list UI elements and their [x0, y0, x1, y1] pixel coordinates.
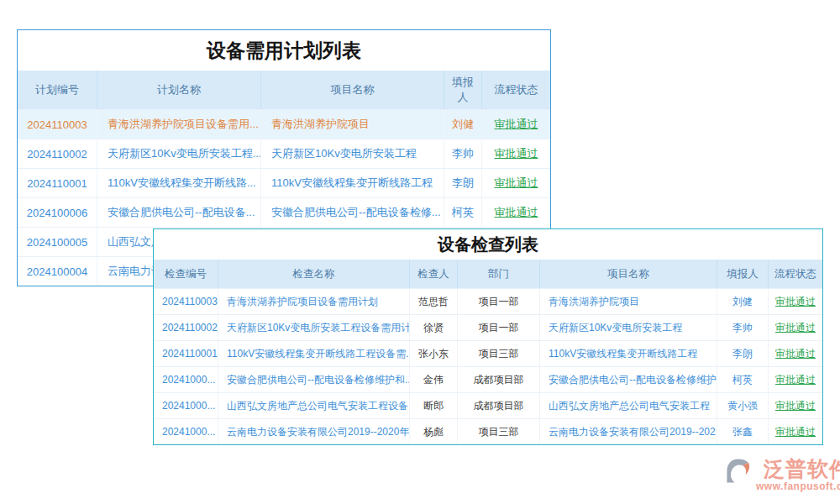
plan-col-status: 流程状态: [482, 71, 550, 109]
check-table-card: 设备检查列表 检查编号 检查名称 检查人 部门 项目名称 填报人 流程状态 20…: [153, 228, 823, 445]
check-dept-text: 成都项目部: [458, 393, 540, 418]
check-status-link[interactable]: 审批通过: [769, 419, 822, 444]
plan-status-link[interactable]: 审批通过: [482, 110, 550, 139]
check-inspector-text: 徐贤: [410, 315, 458, 340]
check-id-link[interactable]: 2024110001: [154, 341, 218, 366]
plan-reporter-link[interactable]: 李帅: [444, 139, 482, 168]
fanpu-logo-name: 泛普软件: [764, 457, 840, 480]
plan-col-id: 计划编号: [18, 71, 97, 109]
check-inspector-text: 范思哲: [410, 289, 458, 314]
check-project-link[interactable]: 山西弘文房地产总公司电气安装工程: [540, 393, 717, 418]
fanpu-logo-url: www.fanpusoft.com: [756, 480, 840, 492]
plan-reporter-link[interactable]: 刘健: [444, 110, 482, 139]
check-name-link[interactable]: 天府新区10Kv变电所安装工程设备需用计划: [218, 315, 410, 340]
check-col-dept: 部门: [458, 260, 540, 288]
check-dept-text: 项目一部: [458, 315, 540, 340]
check-dept-text: 项目三部: [458, 419, 540, 444]
check-col-status: 流程状态: [769, 260, 822, 288]
check-name-link[interactable]: 安徽合肥供电公司--配电设备检修维护和...: [218, 367, 410, 392]
check-reporter-link[interactable]: 李朗: [717, 341, 769, 366]
check-table-row: 20241000... 云南电力设备安装有限公司2019--2020年... 杨…: [154, 418, 822, 444]
check-reporter-link[interactable]: 黄小强: [717, 393, 769, 418]
plan-status-link[interactable]: 审批通过: [482, 139, 550, 168]
check-name-link[interactable]: 青海洪湖养护院项目设备需用计划: [218, 289, 410, 314]
check-col-project: 项目名称: [540, 260, 717, 288]
plan-table-row: 2024110003 青海洪湖养护院项目设备需用... 青海洪湖养护院项目 刘健…: [18, 109, 550, 139]
plan-table-title: 设备需用计划列表: [18, 30, 550, 71]
check-reporter-link[interactable]: 张鑫: [717, 419, 769, 444]
check-status-link[interactable]: 审批通过: [769, 367, 822, 392]
plan-id-link[interactable]: 2024100004: [18, 257, 97, 286]
plan-reporter-link[interactable]: 李朗: [444, 169, 482, 197]
check-id-link[interactable]: 2024110003: [154, 289, 218, 314]
check-inspector-text: 金伟: [410, 367, 458, 392]
check-col-id: 检查编号: [154, 260, 218, 288]
plan-id-link[interactable]: 2024110002: [18, 139, 97, 168]
check-col-name: 检查名称: [218, 260, 410, 288]
check-table-header-row: 检查编号 检查名称 检查人 部门 项目名称 填报人 流程状态: [154, 260, 822, 288]
check-table-row: 2024110003 青海洪湖养护院项目设备需用计划 范思哲 项目一部 青海洪湖…: [154, 288, 822, 314]
check-name-link[interactable]: 山西弘文房地产总公司电气安装工程设备...: [218, 393, 410, 418]
plan-id-link[interactable]: 2024110001: [18, 169, 97, 197]
plan-col-reporter: 填报人: [444, 71, 482, 109]
check-dept-text: 项目三部: [458, 341, 540, 366]
plan-project-link[interactable]: 青海洪湖养护院项目: [261, 110, 444, 139]
check-status-link[interactable]: 审批通过: [769, 393, 822, 418]
plan-col-name: 计划名称: [97, 71, 261, 109]
fanpu-logo: 泛普软件 www.fanpusoft.com: [724, 457, 840, 492]
check-inspector-text: 断郎: [410, 393, 458, 418]
plan-project-link[interactable]: 110kV安徽线程集变开断线路工程: [261, 169, 444, 197]
plan-status-link[interactable]: 审批通过: [482, 198, 550, 227]
check-id-link[interactable]: 20241000...: [154, 367, 218, 392]
check-project-link[interactable]: 青海洪湖养护院项目: [540, 289, 717, 314]
check-dept-text: 项目一部: [458, 289, 540, 314]
check-id-link[interactable]: 20241000...: [154, 419, 218, 444]
plan-project-link[interactable]: 安徽合肥供电公司--配电设备检修...: [261, 198, 444, 227]
check-id-link[interactable]: 20241000...: [154, 393, 218, 418]
plan-name-link[interactable]: 110kV安徽线程集变开断线路...: [97, 169, 261, 197]
plan-table-row: 2024110001 110kV安徽线程集变开断线路... 110kV安徽线程集…: [18, 168, 550, 197]
plan-project-link[interactable]: 天府新区10Kv变电所安装工程: [261, 139, 444, 168]
check-project-link[interactable]: 安徽合肥供电公司--配电设备检修维护...: [540, 367, 717, 392]
plan-id-link[interactable]: 2024100006: [18, 198, 97, 227]
check-reporter-link[interactable]: 柯英: [717, 367, 769, 392]
plan-table-row: 2024110002 天府新区10Kv变电所安装工程... 天府新区10Kv变电…: [18, 139, 550, 168]
check-status-link[interactable]: 审批通过: [769, 341, 822, 366]
check-table-title: 设备检查列表: [154, 229, 822, 260]
check-project-link[interactable]: 云南电力设备安装有限公司2019--202...: [540, 419, 717, 444]
check-table-row: 2024110002 天府新区10Kv变电所安装工程设备需用计划 徐贤 项目一部…: [154, 314, 822, 340]
plan-name-link[interactable]: 安徽合肥供电公司--配电设备...: [97, 198, 261, 227]
plan-name-link[interactable]: 天府新区10Kv变电所安装工程...: [97, 139, 261, 168]
check-status-link[interactable]: 审批通过: [769, 315, 822, 340]
check-name-link[interactable]: 110kV安徽线程集变开断线路工程设备需...: [218, 341, 410, 366]
check-status-link[interactable]: 审批通过: [769, 289, 822, 314]
check-id-link[interactable]: 2024110002: [154, 315, 218, 340]
check-table-body: 2024110003 青海洪湖养护院项目设备需用计划 范思哲 项目一部 青海洪湖…: [154, 288, 822, 444]
check-reporter-link[interactable]: 刘健: [717, 289, 769, 314]
check-table-row: 20241000... 安徽合肥供电公司--配电设备检修维护和... 金伟 成都…: [154, 366, 822, 392]
plan-col-project: 项目名称: [261, 71, 444, 109]
check-project-link[interactable]: 110kV安徽线程集变开断线路工程: [540, 341, 717, 366]
plan-table-row: 2024100006 安徽合肥供电公司--配电设备... 安徽合肥供电公司--配…: [18, 197, 550, 227]
fanpu-logo-icon: [724, 457, 753, 489]
check-inspector-text: 张小东: [410, 341, 458, 366]
check-inspector-text: 杨彪: [410, 419, 458, 444]
check-name-link[interactable]: 云南电力设备安装有限公司2019--2020年...: [218, 419, 410, 444]
check-dept-text: 成都项目部: [458, 367, 540, 392]
plan-id-link[interactable]: 2024110003: [18, 110, 97, 139]
plan-status-link[interactable]: 审批通过: [482, 169, 550, 197]
check-project-link[interactable]: 天府新区10Kv变电所安装工程: [540, 315, 717, 340]
check-col-inspector: 检查人: [410, 260, 458, 288]
plan-id-link[interactable]: 2024100005: [18, 228, 97, 256]
check-table-row: 2024110001 110kV安徽线程集变开断线路工程设备需... 张小东 项…: [154, 340, 822, 366]
check-col-reporter: 填报人: [717, 260, 769, 288]
plan-reporter-link[interactable]: 柯英: [444, 198, 482, 227]
check-reporter-link[interactable]: 李帅: [717, 315, 769, 340]
check-table-row: 20241000... 山西弘文房地产总公司电气安装工程设备... 断郎 成都项…: [154, 392, 822, 418]
plan-table-header-row: 计划编号 计划名称 项目名称 填报人 流程状态: [18, 71, 550, 109]
plan-name-link[interactable]: 青海洪湖养护院项目设备需用...: [97, 110, 261, 139]
